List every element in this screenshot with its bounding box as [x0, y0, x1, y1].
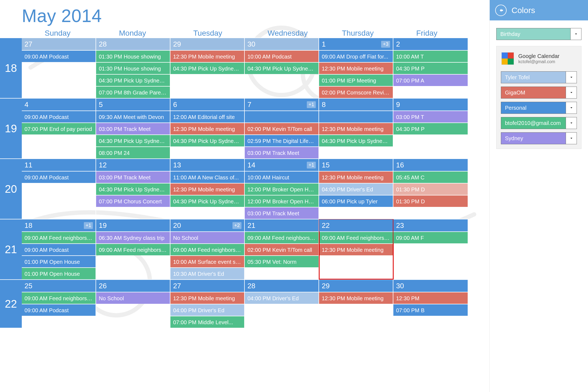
event-item[interactable]: 07:00 PM Middle Level...: [170, 316, 244, 328]
calendar-dropdown[interactable]: Tyler Tofel: [501, 71, 577, 83]
event-item[interactable]: 11:00 AM A New Class of...: [170, 171, 244, 183]
event-item[interactable]: 09:00 AM Podcast: [22, 111, 96, 122]
event-item[interactable]: 07:00 PM Chorus Concert: [96, 195, 170, 207]
event-item[interactable]: 09:00 AM Podcast: [22, 243, 96, 255]
day-cell[interactable]: 1+309:00 AM Drop off Fiat for...12:30 PM…: [319, 38, 393, 98]
more-events-badge[interactable]: +1: [307, 162, 316, 169]
day-cell[interactable]: 409:00 AM Podcast07:00 PM End of pay per…: [22, 99, 96, 158]
event-item[interactable]: 01:00 PM Open House: [22, 267, 96, 279]
event-item[interactable]: 07:00 PM A: [393, 74, 468, 86]
day-cell[interactable]: 612:00 AM Editorial off site12:30 PM Mob…: [170, 99, 245, 158]
event-item[interactable]: 02:00 PM Comscore Review: [319, 86, 393, 98]
day-cell[interactable]: 1906:30 AM Sydney class trip09:00 AM Fee…: [96, 219, 170, 279]
event-item[interactable]: 09:00 AM Feed neighbors cats: [319, 231, 393, 243]
day-cell[interactable]: 3012:30 PM07:00 PM B: [393, 280, 468, 328]
calendar-dropdown[interactable]: Sydney: [501, 132, 577, 144]
event-item[interactable]: 10:00 AM Haircut: [245, 171, 318, 183]
day-cell[interactable]: 1109:00 AM Podcast: [22, 159, 96, 219]
event-item[interactable]: 01:00 PM IEP Meeting: [319, 74, 393, 86]
event-item[interactable]: 09:00 AM Feed neighbors cats: [245, 231, 318, 243]
day-cell[interactable]: 2209:00 AM Feed neighbors cats12:30 PM M…: [319, 219, 393, 279]
event-item[interactable]: 12:30 PM: [393, 292, 468, 304]
more-events-badge[interactable]: +1: [84, 222, 93, 229]
day-cell[interactable]: 2709:00 AM Podcast: [22, 38, 96, 98]
event-item[interactable]: 05:45 AM C: [393, 171, 468, 183]
event-item[interactable]: 12:00 AM Editorial off site: [170, 111, 244, 122]
event-item[interactable]: 12:30 PM Mobile meeting: [319, 243, 393, 255]
event-item[interactable]: 01:30 PM D: [393, 195, 468, 207]
event-item[interactable]: 07:00 PM B: [393, 304, 468, 316]
calendar-dropdown[interactable]: btofel2010@gmail.com: [501, 117, 577, 129]
event-item[interactable]: 10:30 AM Driver's Ed: [170, 267, 244, 279]
event-item[interactable]: 03:00 PM Track Meet: [96, 122, 170, 134]
event-item[interactable]: 01:30 PM House showing: [96, 62, 170, 74]
event-item[interactable]: 12:30 PM Mobile meeting: [170, 50, 244, 62]
event-item[interactable]: 03:00 PM T: [393, 111, 468, 122]
event-item[interactable]: 12:30 PM Mobile meeting: [170, 183, 244, 195]
event-item[interactable]: 09:00 AM Feed neighbors cats: [96, 243, 170, 255]
event-item[interactable]: 12:00 PM Broker Open House: [245, 183, 318, 195]
event-item[interactable]: 06:30 AM Sydney class trip: [96, 231, 170, 243]
day-cell[interactable]: 2509:00 AM Feed neighbors cats09:00 AM P…: [22, 280, 96, 328]
event-item[interactable]: 04:30 PM Pick Up Sydney at...: [96, 183, 170, 195]
day-cell[interactable]: 2712:30 PM Mobile meeting04:00 PM Driver…: [170, 280, 245, 328]
event-item[interactable]: 04:30 PM Pick Up Sydney at...: [170, 134, 244, 146]
day-cell[interactable]: 14+110:00 AM Haircut12:00 PM Broker Open…: [245, 159, 319, 219]
event-item[interactable]: 12:30 PM Mobile meeting: [319, 171, 393, 183]
event-item[interactable]: 10:00 AM Podcast: [245, 50, 318, 62]
event-item[interactable]: 09:00 AM Podcast: [22, 50, 96, 62]
event-item[interactable]: 12:30 PM Mobile meeting: [170, 292, 244, 304]
event-item[interactable]: 12:30 PM Mobile meeting: [319, 122, 393, 134]
day-cell[interactable]: 2309:00 AM F: [393, 219, 468, 279]
day-cell[interactable]: 20+2No School09:00 AM Feed neighbors cat…: [170, 219, 245, 279]
event-item[interactable]: [319, 111, 393, 122]
event-item[interactable]: 09:00 AM Podcast: [22, 171, 96, 183]
day-cell[interactable]: 1311:00 AM A New Class of...12:30 PM Mob…: [170, 159, 245, 219]
event-item[interactable]: [245, 111, 318, 122]
calendar-dropdown[interactable]: Personal: [501, 102, 577, 114]
day-cell[interactable]: 2804:00 PM Driver's Ed: [245, 280, 319, 328]
event-item[interactable]: 04:30 PM P: [393, 62, 468, 74]
event-item[interactable]: 08:00 PM 24: [96, 146, 170, 158]
event-item[interactable]: 12:30 PM Mobile meeting: [170, 122, 244, 134]
event-item[interactable]: 04:00 PM Driver's Ed: [170, 304, 244, 316]
day-cell[interactable]: 812:30 PM Mobile meeting04:30 PM Pick Up…: [319, 99, 393, 158]
event-item[interactable]: 06:00 PM Pick up Tyler: [319, 195, 393, 207]
day-cell[interactable]: 1605:45 AM C01:30 PM D01:30 PM D: [393, 159, 468, 219]
day-cell[interactable]: 2912:30 PM Mobile meeting04:30 PM Pick U…: [170, 38, 245, 98]
day-cell[interactable]: 1203:00 PM Track Meet04:30 PM Pick Up Sy…: [96, 159, 170, 219]
more-events-badge[interactable]: +1: [307, 101, 316, 108]
day-cell[interactable]: 2912:30 PM Mobile meeting: [319, 280, 393, 328]
day-cell[interactable]: 26No School: [96, 280, 170, 328]
event-item[interactable]: 12:00 PM Broker Open House: [245, 195, 318, 207]
event-item[interactable]: 04:30 PM Pick Up Sydney at...: [96, 74, 170, 86]
event-item[interactable]: 04:30 PM Pick Up Sydney at...: [319, 134, 393, 146]
event-item[interactable]: 09:30 AM Meet with Devon: [96, 111, 170, 122]
birthday-dropdown[interactable]: Birthday: [496, 28, 581, 40]
event-item[interactable]: 10:00 AM Surface event starts: [170, 255, 244, 267]
event-item[interactable]: 01:00 PM Open House: [22, 255, 96, 267]
day-cell[interactable]: 7+102:00 PM Kevin T/Tom call02:59 PM The…: [245, 99, 319, 158]
event-item[interactable]: 10:00 AM T: [393, 50, 468, 62]
event-item[interactable]: 04:30 PM Pick Up Sydney at...: [170, 195, 244, 207]
event-item[interactable]: 04:30 PM Pick Up Sydney at...: [96, 134, 170, 146]
day-cell[interactable]: 18+109:00 AM Feed neighbors cats09:00 AM…: [22, 219, 96, 279]
event-item[interactable]: 03:00 PM Track Meet: [245, 207, 318, 219]
event-item[interactable]: 12:30 PM Mobile meeting: [319, 292, 393, 304]
event-item[interactable]: 07:00 PM End of pay period: [22, 122, 96, 134]
event-item[interactable]: 04:30 PM Pick Up Sydney at...: [170, 62, 244, 74]
event-item[interactable]: No School: [96, 292, 170, 304]
event-item[interactable]: No School: [170, 231, 244, 243]
day-cell[interactable]: 509:30 AM Meet with Devon03:00 PM Track …: [96, 99, 170, 158]
day-cell[interactable]: 1512:30 PM Mobile meeting04:00 PM Driver…: [319, 159, 393, 219]
event-item[interactable]: 01:30 PM D: [393, 183, 468, 195]
day-cell[interactable]: 210:00 AM T04:30 PM P07:00 PM A: [393, 38, 468, 98]
event-item[interactable]: 09:00 AM Podcast: [22, 304, 96, 316]
back-button[interactable]: [495, 5, 507, 16]
event-item[interactable]: 04:30 PM Pick Up Sydney at...: [245, 62, 318, 74]
event-item[interactable]: 09:00 AM Feed neighbors cats: [170, 243, 244, 255]
event-item[interactable]: 07:00 PM 8th Grade Parent...: [96, 86, 170, 98]
event-item[interactable]: 09:00 AM Feed neighbors cats: [22, 292, 96, 304]
event-item[interactable]: 09:00 AM Feed neighbors cats: [22, 231, 96, 243]
event-item[interactable]: 04:00 PM Driver's Ed: [245, 292, 318, 304]
